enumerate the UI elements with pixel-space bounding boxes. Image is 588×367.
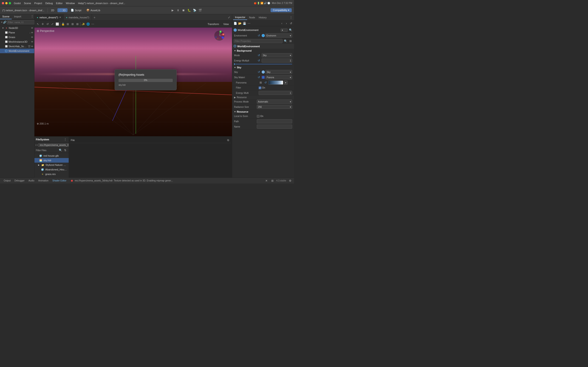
sky-reset-icon[interactable]: ↺ (257, 70, 261, 74)
pano-grid-icon[interactable]: ⊞ (259, 81, 263, 85)
viewport-3d[interactable]: ⊞ Perspective Y X (35, 27, 232, 136)
fs-search-icon[interactable]: 🔍 (58, 148, 62, 152)
world-env-section[interactable]: WorldEnvironment (232, 44, 294, 49)
filter-opts-icon[interactable]: ⊞ (288, 39, 293, 43)
plane-vis-icon[interactable]: 👁 (31, 31, 33, 34)
open-script-icon[interactable]: 📂 (238, 21, 242, 25)
filter-search-icon[interactable]: 🔍 (284, 39, 288, 43)
tab-nelson-close-icon[interactable]: ✕ (59, 16, 61, 19)
fs-path-input[interactable]: res://hypercinema_assets_3 (38, 143, 70, 147)
view-button[interactable]: View (221, 22, 231, 26)
rotate-tool[interactable]: ↺ (45, 22, 50, 26)
snap-tool[interactable]: ⊞ (70, 22, 75, 26)
tab-mandela-house[interactable]: ● mandela_house(*) (64, 14, 92, 20)
particles-tool[interactable]: ✨ (81, 22, 85, 26)
radiance-dropdown[interactable]: 256 ▾ (257, 105, 292, 109)
tab-history[interactable]: History (257, 15, 268, 20)
menu-editor[interactable]: Editor (56, 2, 63, 5)
prev-icon[interactable]: ‹ (280, 21, 284, 25)
play-button[interactable]: ▶ (170, 8, 174, 12)
filter-status-icon[interactable]: ⊞ (270, 179, 275, 183)
script-opts-icon[interactable]: ⋯ (247, 21, 251, 25)
sky-mat-dropdown[interactable]: Panora ▾ (266, 75, 292, 79)
add-tab-button[interactable]: + (92, 16, 97, 19)
path-input[interactable] (257, 119, 292, 123)
fs-menu-icon[interactable]: ⋮ (63, 137, 67, 142)
fs-item-sky[interactable]: 🌅 sky.hdr (35, 158, 69, 163)
tab-debugger[interactable]: Debugger (13, 179, 26, 182)
tree-item-grass[interactable]: ⬜ Grass 👁 (0, 35, 34, 40)
menu-project[interactable]: Project (34, 2, 42, 5)
group-tool[interactable]: ⊞ (66, 22, 70, 26)
scale-tool[interactable]: ⤢ (50, 22, 54, 26)
pause-button[interactable]: ⏸ (176, 8, 180, 12)
sky-dropdown[interactable]: Sky ▾ (266, 70, 292, 74)
fs-item-stylized[interactable]: ▶ 📁 Stylized Nature MegaKit[St... (35, 163, 69, 167)
move-tool[interactable]: ✛ (41, 22, 45, 26)
pano-reset-icon[interactable]: ↺ (263, 81, 268, 85)
fs-item-abandoned[interactable]: 🧊 Abandoned_House.fbx (35, 167, 69, 172)
tab-audio[interactable]: Audio (27, 179, 36, 182)
mode-script-button[interactable]: 📄 Script (69, 8, 83, 12)
tab-import[interactable]: Import (12, 14, 23, 19)
tree-item-node3d[interactable]: ▼ ● Node3D 👁 (0, 26, 34, 30)
copy-file-icon[interactable]: ⧉ (226, 138, 230, 142)
env-reset-icon[interactable]: ↺ (257, 33, 261, 38)
background-section[interactable]: ▼ Background (232, 49, 294, 53)
tab-shader-editor[interactable]: Shader Editor (51, 179, 68, 182)
expand-icon[interactable]: ▼ (2, 27, 4, 29)
visibility-icon[interactable]: 👁 (31, 27, 33, 29)
resource2-section[interactable]: ▼ Resource (232, 110, 294, 114)
viewport-menu[interactable]: ⋯ (91, 22, 95, 26)
name-input[interactable] (257, 125, 292, 129)
remote-icon[interactable]: 📡 (192, 8, 197, 12)
tree-item-plane[interactable]: ⬜ Plane ↓ 👁 (0, 30, 34, 35)
tab-output[interactable]: Output (2, 179, 12, 182)
scene-menu-icon[interactable]: ⋮ (30, 14, 34, 18)
sketchfab-vis-icon[interactable]: 👁 (31, 45, 33, 48)
expand-viewport-button[interactable]: ⤢ (227, 15, 231, 19)
close-status-icon[interactable]: ✕ (264, 179, 268, 183)
pano-dropdown[interactable]: ▾ (284, 81, 288, 85)
bg-energy-input[interactable]: 1 (262, 58, 292, 63)
debug-icon[interactable]: 🐛 (187, 8, 191, 12)
environment-dropdown[interactable]: Environm ▾ (265, 33, 292, 38)
tab-node[interactable]: Node (247, 15, 257, 20)
settings-icon[interactable]: ⚙ (288, 179, 292, 183)
new-script-icon[interactable]: 📄 (233, 21, 237, 25)
next-icon[interactable]: › (284, 21, 288, 25)
mode-dropdown[interactable]: Sky ▾ (262, 53, 292, 57)
fs-sort-icon[interactable]: ⇅ (63, 148, 67, 152)
menu-godot[interactable]: Godot (14, 2, 21, 5)
fs-item-grass[interactable]: ✳ grass.res (35, 172, 69, 176)
globe-tool[interactable]: 🌐 (86, 22, 90, 26)
tab-animation[interactable]: Animation (36, 179, 50, 182)
bg-energy-reset-icon[interactable]: ↺ (257, 58, 261, 63)
sky-section[interactable]: ▼ Sky (232, 65, 294, 69)
fs-item-red-house[interactable]: 🧊 red house.glb (35, 153, 69, 158)
compatibility-button[interactable]: Compatibility ▾ (271, 8, 292, 12)
sky-mat-reset-icon[interactable]: ↺ (257, 75, 261, 79)
filter-checkbox[interactable]: ✓ (259, 86, 261, 89)
tab-nelson-dream[interactable]: ● nelson_dream(*) ✕ (35, 14, 64, 20)
tree-item-mesh[interactable]: ⬜ MeshInstance3D 👁 (0, 40, 34, 44)
rect-tool[interactable]: ⬜ (55, 22, 59, 26)
link-node-button[interactable]: 🔗 (3, 20, 6, 24)
menu-scene[interactable]: Scene (24, 2, 31, 5)
menu-help[interactable]: Help (78, 2, 83, 5)
save-script-icon[interactable]: 💾 (242, 21, 246, 25)
resource-subsection[interactable]: ▶ Resource (232, 96, 294, 99)
menu-window[interactable]: Window (66, 2, 75, 5)
mesh-vis-icon[interactable]: 👁 (31, 41, 33, 43)
fs-back-icon[interactable]: ‹ (35, 143, 36, 147)
movie-icon[interactable]: 🎬 (198, 8, 202, 12)
minimize-button[interactable] (5, 2, 8, 4)
tab-scene[interactable]: Scene (0, 14, 12, 19)
tab-inspector[interactable]: Inspector (233, 15, 247, 20)
slider-thumb[interactable] (234, 63, 235, 65)
menu-debug[interactable]: Debug (45, 2, 52, 5)
add-node-button[interactable]: + (1, 20, 2, 24)
close-button[interactable] (2, 2, 4, 4)
tree-item-worldenv[interactable]: WorldEnvironment (0, 49, 34, 53)
lock-tool[interactable]: 🔒 (61, 22, 65, 26)
